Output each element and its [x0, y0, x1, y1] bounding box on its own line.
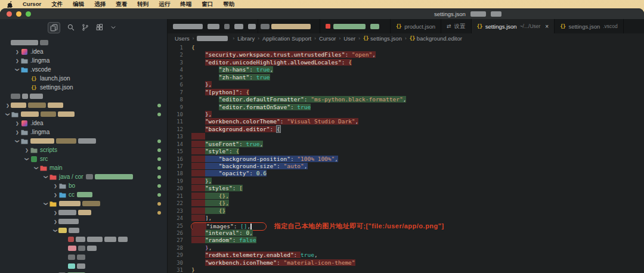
menu-选择[interactable]: 选择	[94, 1, 106, 8]
tree-item-redacted[interactable]	[0, 244, 167, 253]
chevron-collapsed-icon[interactable]: ❯	[52, 193, 58, 197]
tree-item-.idea[interactable]: ❯.idea	[0, 47, 167, 56]
code-line-9[interactable]: 9 "editor.formatOnSave": true	[168, 104, 644, 111]
code-line-18[interactable]: 18 "opacity": 0.6	[168, 170, 644, 177]
chevron-expanded-icon[interactable]: ❯	[44, 201, 48, 207]
tree-item-redacted[interactable]: ❯	[0, 271, 167, 273]
chevron-collapsed-icon[interactable]: ❯	[24, 148, 30, 153]
tree-item-.vscode[interactable]: ❯.vscode	[0, 65, 167, 74]
redacted-tab[interactable]	[168, 19, 258, 33]
tree-item-main[interactable]: ❯main	[0, 163, 167, 172]
tab-settings.json[interactable]: {}settings.json~/.../User×	[472, 19, 555, 33]
code-line-23[interactable]: 23 {}	[168, 207, 644, 215]
breadcrumb-item[interactable]: Library	[237, 35, 255, 42]
chevron-expanded-icon[interactable]: ❯	[24, 156, 29, 162]
menu-运行[interactable]: 运行	[159, 1, 170, 8]
tree-item-src[interactable]: ❯src	[0, 154, 167, 163]
chevron-collapsed-icon[interactable]: ❯	[52, 219, 58, 224]
breadcrumb-item[interactable]: User	[343, 35, 355, 42]
tree-item-redacted[interactable]: ❯	[0, 101, 167, 110]
search-icon[interactable]	[67, 24, 75, 31]
menu-转到[interactable]: 转到	[137, 1, 148, 8]
chevron-collapsed-icon[interactable]: ❯	[14, 121, 20, 126]
files-icon[interactable]	[48, 22, 60, 33]
chevron-collapsed-icon[interactable]: ❯	[14, 49, 20, 54]
zoom-window-button[interactable]	[26, 11, 31, 17]
chevron-collapsed-icon[interactable]: ❯	[52, 184, 58, 188]
code-line-13[interactable]: 13	[168, 133, 644, 140]
tree-item-redacted[interactable]	[0, 262, 167, 271]
code-line-1[interactable]: 1{	[168, 44, 644, 51]
redacted-tab[interactable]	[320, 19, 391, 33]
tree-item-redacted[interactable]	[0, 235, 167, 244]
breadcrumb-item[interactable]: {}settings.json	[363, 35, 402, 42]
breadcrumb-item[interactable]: {}background.editor	[410, 35, 462, 42]
code-line-25[interactable]: 25 "images": [],指定自己本地的图片地址即可;["file:/us…	[168, 222, 644, 229]
tree-item-redacted[interactable]	[0, 253, 167, 262]
tree-item-cc[interactable]: ❯cc	[0, 190, 167, 199]
chevron-collapsed-icon[interactable]: ❯	[52, 210, 58, 215]
code-line-24[interactable]: 24 ],	[168, 215, 644, 222]
tree-item-scripts[interactable]: ❯scripts	[0, 145, 167, 154]
breadcrumb-item[interactable]	[197, 36, 230, 41]
tab-设置[interactable]: ⇄设置	[441, 19, 472, 33]
tree-item-.lingma[interactable]: ❯.lingma	[0, 56, 167, 65]
code-line-28[interactable]: 28 },	[168, 244, 644, 252]
menu-编辑[interactable]: 编辑	[73, 1, 84, 8]
tree-item-redacted[interactable]: ❯	[0, 217, 167, 226]
code-line-12[interactable]: 12 "background.editor": {	[168, 126, 644, 133]
tree-item-settings.json[interactable]: {}settings.json	[0, 83, 167, 92]
chevron-down-icon[interactable]	[110, 24, 116, 30]
tree-item-redacted[interactable]: ❯	[0, 208, 167, 217]
chevron-collapsed-icon[interactable]: ❯	[14, 58, 20, 63]
extensions-icon[interactable]	[96, 24, 103, 31]
tree-item-.lingma[interactable]: ❯.lingma	[0, 128, 167, 136]
window-title-bar[interactable]: settings.json	[0, 8, 644, 19]
code-line-7[interactable]: 7 "[python]": {	[168, 89, 644, 96]
breadcrumb-item[interactable]: Users	[175, 35, 190, 42]
tree-item-redacted[interactable]	[0, 92, 167, 101]
code-line-30[interactable]: 30 "workbench.iconTheme": "material-icon…	[168, 259, 644, 266]
tree-item-bo[interactable]: ❯bo	[0, 181, 167, 190]
code-line-14[interactable]: 14 "useFront": true,	[168, 141, 644, 148]
code-line-15[interactable]: 15 "style": {	[168, 148, 644, 155]
tree-item-launch.json[interactable]: {}launch.json	[0, 74, 167, 83]
code-line-3[interactable]: 3 "editor.unicodeHighlight.allowedLocale…	[168, 59, 644, 66]
menu-Cursor[interactable]: Cursor	[23, 1, 41, 8]
code-line-16[interactable]: 16 "background-position": "100% 100%",	[168, 156, 644, 163]
code-line-10[interactable]: 10 },	[168, 111, 644, 118]
menu-窗口[interactable]: 窗口	[202, 1, 213, 8]
close-tab-icon[interactable]: ×	[545, 23, 549, 30]
apple-menu-icon[interactable]	[7, 1, 13, 8]
tree-item-redacted[interactable]	[0, 38, 167, 47]
code-line-17[interactable]: 17 "background-size": "auto",	[168, 163, 644, 170]
code-line-4[interactable]: 4 "zh-hans": true,	[168, 66, 644, 73]
minimize-window-button[interactable]	[16, 11, 21, 17]
menu-文件[interactable]: 文件	[51, 1, 63, 8]
code-line-26[interactable]: 26 "interval": 0,	[168, 229, 644, 237]
code-line-8[interactable]: 8 "editor.defaultFormatter": "ms-python.…	[168, 96, 644, 103]
code-line-20[interactable]: 20 "styles": [	[168, 185, 644, 192]
tree-item-redacted[interactable]: ❯	[0, 136, 167, 145]
chevron-collapsed-icon[interactable]: ❯	[5, 103, 11, 108]
chevron-expanded-icon[interactable]: ❯	[53, 228, 58, 234]
code-line-31[interactable]: 31}	[168, 266, 644, 273]
breadcrumb-item[interactable]: Cursor	[319, 35, 336, 42]
code-line-6[interactable]: 6 },	[168, 81, 644, 88]
tree-item-.idea[interactable]: ❯.idea	[0, 119, 167, 128]
code-line-2[interactable]: 2 "security.workspace.trust.untrustedFil…	[168, 51, 644, 58]
tab-product.json[interactable]: {}product.json	[391, 19, 441, 33]
code-line-22[interactable]: 22 {},	[168, 200, 644, 207]
code-line-27[interactable]: 27 "random": false	[168, 237, 644, 244]
chevron-expanded-icon[interactable]: ❯	[15, 67, 20, 73]
tree-item-redacted[interactable]: ❯	[0, 226, 167, 235]
code-line-29[interactable]: 29 "redhat.telemetry.enabled": true,	[168, 252, 644, 259]
code-line-5[interactable]: 5 "zh-hant": true	[168, 74, 644, 81]
code-editor[interactable]: 1{2 "security.workspace.trust.untrustedF…	[168, 43, 644, 273]
chevron-expanded-icon[interactable]: ❯	[34, 165, 39, 171]
menu-帮助[interactable]: 帮助	[223, 1, 234, 8]
source-control-icon[interactable]	[82, 24, 89, 31]
close-window-button[interactable]	[7, 11, 12, 17]
chevron-expanded-icon[interactable]: ❯	[15, 138, 20, 144]
code-line-11[interactable]: 11 "workbench.colorTheme": "Visual Studi…	[168, 118, 644, 125]
